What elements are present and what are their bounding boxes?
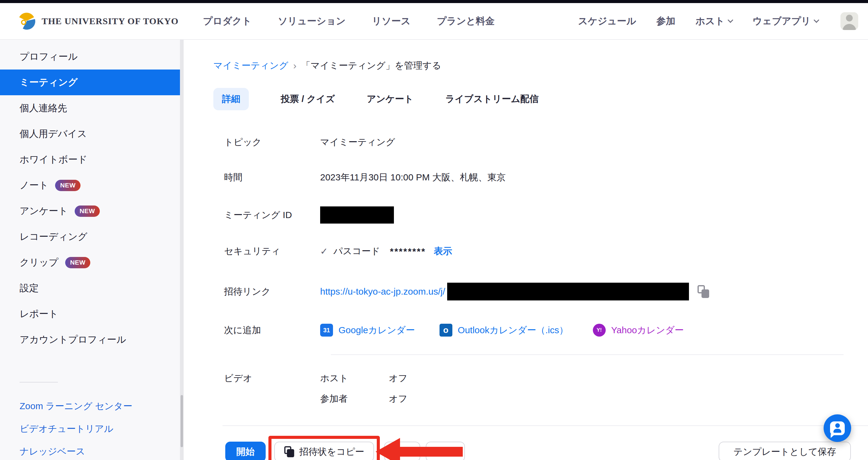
outlook-calendar-label: Outlookカレンダー（.ics） bbox=[458, 324, 568, 337]
nav-products[interactable]: プロダクト bbox=[203, 15, 252, 28]
ginkgo-logo-icon bbox=[17, 11, 36, 31]
nav-host-menu[interactable]: ホスト bbox=[695, 15, 732, 28]
google-calendar-link[interactable]: 31 Googleカレンダー bbox=[320, 324, 415, 337]
time-value: 2023年11月30日 10:00 PM 大阪、札幌、東京 bbox=[320, 171, 506, 184]
start-button[interactable]: 開始 bbox=[225, 442, 266, 460]
sidebar-item-profile[interactable]: プロフィール bbox=[0, 44, 184, 69]
sidebar-item-personal-devices[interactable]: 個人用デバイス bbox=[0, 121, 184, 147]
delete-button[interactable]: 削除 bbox=[426, 442, 465, 460]
sidebar-item-label: ホワイトボード bbox=[20, 153, 87, 166]
copy-icon bbox=[284, 446, 294, 457]
invite-link-row: 招待リンク https://u-tokyo-ac-jp.zoom.us/j/ bbox=[224, 283, 868, 300]
person-chat-bubble-icon bbox=[830, 422, 845, 435]
outlook-calendar-icon: o bbox=[439, 324, 452, 337]
nav-resources[interactable]: リソース bbox=[372, 15, 410, 28]
video-host-label: ホスト bbox=[320, 372, 389, 385]
copy-invitation-button[interactable]: 招待状をコピー bbox=[274, 442, 374, 460]
sidebar-item-label: ノート bbox=[20, 179, 49, 192]
video-row: ビデオ ホスト オフ 参加者 オフ bbox=[224, 372, 868, 405]
sidebar-item-settings[interactable]: 設定 bbox=[0, 275, 184, 301]
sidebar-item-surveys[interactable]: アンケート NEW bbox=[0, 198, 184, 224]
sidebar-link-video-tutorials[interactable]: ビデオチュートリアル bbox=[0, 418, 184, 440]
chevron-down-icon bbox=[813, 17, 819, 23]
security-label: セキュリティ bbox=[224, 245, 320, 258]
header: THE UNIVERSITY OF TOKYO プロダクト ソリューション リソ… bbox=[0, 3, 868, 40]
nav-plans-pricing[interactable]: プランと料金 bbox=[437, 15, 495, 28]
sidebar-link-knowledge-base[interactable]: ナレッジベース bbox=[0, 440, 184, 460]
sidebar-divider bbox=[20, 382, 58, 382]
topic-row: トピック マイミーティング bbox=[224, 136, 868, 148]
sidebar-item-reports[interactable]: レポート bbox=[0, 301, 184, 327]
sidebar-item-clips[interactable]: クリップ NEW bbox=[0, 250, 184, 275]
sidebar-item-label: レポート bbox=[20, 308, 58, 320]
tab-survey[interactable]: アンケート bbox=[367, 93, 413, 105]
sidebar-item-label: 設定 bbox=[20, 282, 38, 295]
topic-value: マイミーティング bbox=[320, 136, 395, 148]
chevron-down-icon bbox=[727, 17, 733, 23]
sidebar-link-learning-center[interactable]: Zoom ラーニング センター bbox=[0, 395, 184, 418]
nav-join[interactable]: 参加 bbox=[656, 15, 675, 28]
nav-solutions[interactable]: ソリューション bbox=[278, 15, 345, 28]
breadcrumb-my-meetings-link[interactable]: マイミーティング bbox=[213, 59, 288, 72]
meeting-id-row: ミーティング ID bbox=[224, 206, 868, 224]
time-label: 時間 bbox=[224, 171, 320, 184]
action-bar: 開始 招待状をコピー 編集 削除 テンプレートとして保存 bbox=[213, 434, 868, 460]
support-chat-button[interactable] bbox=[824, 414, 851, 442]
user-avatar[interactable] bbox=[840, 12, 858, 30]
tab-livestream[interactable]: ライブストリーム配信 bbox=[445, 93, 539, 105]
add-to-calendar-row: 次に追加 31 Googleカレンダー o Outlookカレンダー（.ics）… bbox=[224, 324, 868, 337]
sidebar-item-notes[interactable]: ノート NEW bbox=[0, 172, 184, 198]
sidebar-scrollbar-thumb[interactable] bbox=[181, 395, 183, 447]
logo-text: THE UNIVERSITY OF TOKYO bbox=[42, 16, 179, 26]
meeting-id-redaction bbox=[320, 206, 394, 224]
tab-details[interactable]: 詳細 bbox=[213, 88, 249, 110]
video-participant-label: 参加者 bbox=[320, 393, 389, 405]
tab-bar: 詳細 投票 / クイズ アンケート ライブストリーム配信 bbox=[213, 88, 868, 110]
sidebar-item-recordings[interactable]: レコーディング bbox=[0, 224, 184, 250]
sidebar-item-label: レコーディング bbox=[20, 230, 87, 243]
meeting-id-label: ミーティング ID bbox=[224, 209, 320, 222]
sidebar-item-label: 個人連絡先 bbox=[20, 102, 67, 115]
invite-url-redaction bbox=[447, 283, 689, 300]
edit-button[interactable]: 編集 bbox=[384, 442, 420, 460]
show-passcode-link[interactable]: 表示 bbox=[434, 245, 452, 258]
video-label: ビデオ bbox=[224, 372, 320, 385]
tab-polls-quizzes[interactable]: 投票 / クイズ bbox=[281, 93, 335, 105]
main-content: マイミーティング › 「マイミーティング」を管理する 詳細 投票 / クイズ ア… bbox=[184, 40, 868, 460]
passcode-label: パスコード bbox=[333, 245, 380, 258]
new-badge: NEW bbox=[75, 205, 100, 217]
check-icon: ✓ bbox=[320, 246, 328, 257]
google-calendar-icon: 31 bbox=[320, 324, 333, 337]
save-as-template-button[interactable]: テンプレートとして保存 bbox=[719, 442, 851, 460]
security-row: セキュリティ ✓ パスコード ******** 表示 bbox=[224, 245, 868, 258]
yahoo-calendar-label: Yahooカレンダー bbox=[611, 324, 684, 337]
sidebar-item-personal-contacts[interactable]: 個人連絡先 bbox=[0, 95, 184, 121]
nav-host-label: ホスト bbox=[695, 15, 724, 28]
sidebar-item-account-profile[interactable]: アカウントプロフィール bbox=[0, 327, 184, 352]
sidebar: プロフィール ミーティング 個人連絡先 個人用デバイス ホワイトボード ノート … bbox=[0, 40, 184, 460]
invite-url-link[interactable]: https://u-tokyo-ac-jp.zoom.us/j/ bbox=[320, 286, 445, 297]
nav-schedule[interactable]: スケジュール bbox=[578, 15, 636, 28]
google-calendar-label: Googleカレンダー bbox=[339, 324, 415, 337]
breadcrumb: マイミーティング › 「マイミーティング」を管理する bbox=[213, 59, 868, 72]
sidebar-item-label: アンケート bbox=[20, 205, 68, 218]
topic-label: トピック bbox=[224, 136, 320, 148]
primary-nav: プロダクト ソリューション リソース プランと料金 bbox=[203, 15, 495, 28]
add-to-label: 次に追加 bbox=[224, 324, 320, 337]
video-host-value: オフ bbox=[389, 372, 407, 385]
sidebar-item-whiteboard[interactable]: ホワイトボード bbox=[0, 147, 184, 172]
new-badge: NEW bbox=[65, 257, 91, 268]
breadcrumb-separator: › bbox=[293, 60, 297, 71]
window-top-strip bbox=[0, 0, 868, 3]
copy-link-icon[interactable] bbox=[698, 285, 709, 298]
sidebar-scrollbar-track bbox=[180, 40, 184, 460]
nav-webapp-menu[interactable]: ウェブアプリ bbox=[753, 15, 818, 28]
sidebar-item-label: プロフィール bbox=[20, 50, 78, 63]
nav-webapp-label: ウェブアプリ bbox=[753, 15, 811, 28]
yahoo-calendar-link[interactable]: Y! Yahooカレンダー bbox=[593, 324, 684, 337]
sidebar-item-meetings[interactable]: ミーティング bbox=[0, 69, 184, 95]
university-of-tokyo-logo[interactable]: THE UNIVERSITY OF TOKYO bbox=[17, 11, 179, 31]
outlook-calendar-link[interactable]: o Outlookカレンダー（.ics） bbox=[439, 324, 568, 337]
annotation-highlight-box: 招待状をコピー bbox=[269, 436, 380, 460]
video-participant-value: オフ bbox=[389, 393, 407, 405]
